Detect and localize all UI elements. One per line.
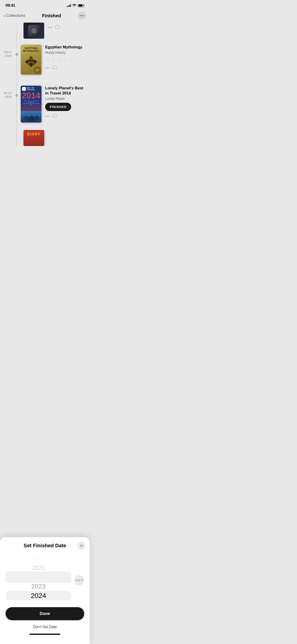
star-5[interactable]: ☆ xyxy=(69,57,74,63)
svg-rect-11 xyxy=(31,120,32,122)
svg-point-5 xyxy=(25,116,28,119)
cloud-icon xyxy=(52,66,57,70)
cloud-icon xyxy=(55,25,60,30)
list-item: Jul 24 2016 lp BEST IN TRAVEL xyxy=(0,82,90,130)
signal-icon xyxy=(67,4,71,7)
book-cover-diary: DIARY xyxy=(24,130,44,146)
list-item xyxy=(0,22,90,41)
ellipsis-icon[interactable] xyxy=(45,68,49,68)
page-title: Finished xyxy=(42,13,61,18)
battery-icon xyxy=(78,4,84,7)
book-title: Egyptian Mythology xyxy=(45,45,86,50)
star-rating[interactable]: ☆ ☆ ☆ ☆ ☆ xyxy=(45,57,86,63)
star-4[interactable]: ☆ xyxy=(63,57,68,63)
book-cover-lp: lp BEST IN TRAVEL 2014 THE BEST TRENDS, … xyxy=(21,86,42,122)
svg-rect-16 xyxy=(36,119,38,121)
timeline-date: Jul 24 2016 xyxy=(0,82,15,99)
star-2[interactable]: ☆ xyxy=(51,57,56,63)
timeline: Sep 4 2018 EGYPTIANMYTHOLOGY xyxy=(0,22,90,146)
svg-rect-15 xyxy=(35,119,36,121)
status-icons xyxy=(67,4,84,8)
list-item: DIARY xyxy=(0,130,90,146)
svg-rect-1 xyxy=(32,28,36,33)
timeline-dot xyxy=(16,94,18,97)
book-info: Lonely Planet's Best in Travel 2014 Lone… xyxy=(42,86,86,118)
star-1[interactable]: ☆ xyxy=(45,57,50,63)
list-item: Sep 4 2018 EGYPTIANMYTHOLOGY xyxy=(0,41,90,82)
book-info: Egyptian Mythology Hourly History ☆ ☆ ☆ … xyxy=(42,45,86,70)
timeline-date: Sep 4 2018 xyxy=(0,41,15,58)
finished-badge[interactable]: FINISHED xyxy=(45,103,71,111)
book-author: Hourly History xyxy=(45,51,86,54)
cloud-icon xyxy=(52,114,57,118)
svg-rect-12 xyxy=(32,120,34,122)
svg-rect-6 xyxy=(25,119,26,122)
ellipsis-icon[interactable] xyxy=(48,27,52,28)
back-label: Collections xyxy=(6,13,25,18)
svg-point-9 xyxy=(30,116,34,120)
back-button[interactable]: ‹ Collections xyxy=(4,13,25,18)
nav-bar: ‹ Collections Finished xyxy=(0,10,90,22)
ellipsis-horizontal-icon xyxy=(80,15,84,16)
ellipsis-icon[interactable] xyxy=(45,116,49,117)
book-card: EGYPTIANMYTHOLOGY xyxy=(21,41,86,78)
book-actions xyxy=(45,66,86,70)
partial-book-actions xyxy=(44,22,60,30)
chevron-left-icon: ‹ xyxy=(4,13,5,18)
svg-point-3 xyxy=(30,56,32,59)
status-bar: 09:41 xyxy=(0,0,90,10)
book-actions xyxy=(45,114,86,118)
timeline-dot xyxy=(16,53,18,56)
book-cover-partial xyxy=(24,22,44,39)
svg-rect-7 xyxy=(26,119,27,122)
wifi-icon xyxy=(72,4,76,8)
status-time: 09:41 xyxy=(6,3,15,8)
main-content: Sep 4 2018 EGYPTIANMYTHOLOGY xyxy=(0,22,90,146)
svg-rect-10 xyxy=(30,120,30,122)
cover-stamp: HOURLYHISTORY xyxy=(34,67,40,73)
book-author: Lonely Planet xyxy=(45,97,86,100)
more-button[interactable] xyxy=(78,12,86,20)
book-cover-egypt: EGYPTIANMYTHOLOGY xyxy=(21,45,42,75)
star-3[interactable]: ☆ xyxy=(57,57,62,63)
svg-point-14 xyxy=(35,116,38,118)
book-title: Lonely Planet's Best in Travel 2014 xyxy=(45,86,86,96)
book-card: lp BEST IN TRAVEL 2014 THE BEST TRENDS, … xyxy=(21,82,86,126)
